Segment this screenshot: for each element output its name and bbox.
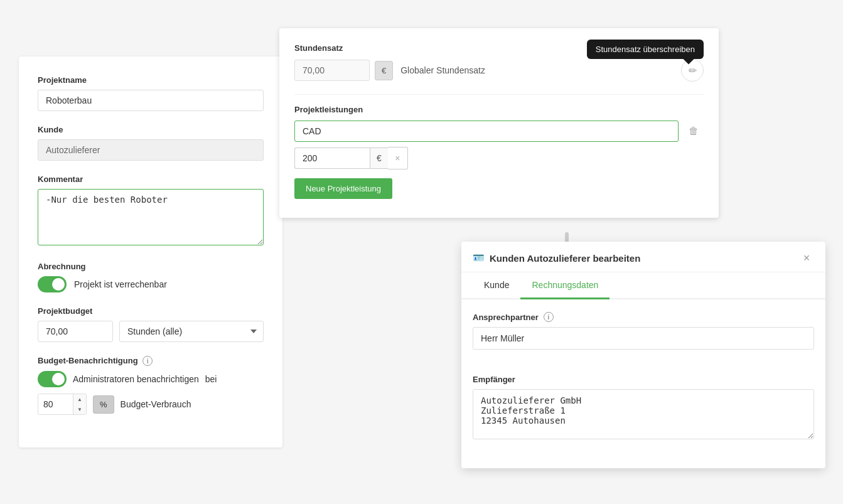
notif-value-input[interactable] [38, 394, 73, 414]
tab-rechnungsdaten[interactable]: Rechnungsdaten [520, 272, 609, 299]
budget-info-icon[interactable]: i [142, 356, 153, 366]
toggle-row: Projekt ist verrechenbar [38, 276, 264, 292]
leistung-clear-button[interactable]: × [388, 147, 408, 169]
kunden-tabs: Kunde Rechnungsdaten [461, 272, 825, 299]
budget-type-select[interactable]: Stunden (alle) Stunden (abrechenbar) Bet… [119, 321, 264, 342]
abrechnung-group: Abrechnung Projekt ist verrechenbar [38, 262, 264, 292]
kunden-title: 🪪 Kunden Autozulieferer bearbeiten [473, 252, 640, 270]
empfaenger-textarea[interactable]: Autozulieferer GmbH Zulieferstraße 1 123… [473, 389, 814, 439]
bei-label: bei [205, 374, 217, 384]
stundensatz-input[interactable] [294, 60, 370, 81]
ansprechpartner-label: Ansprechpartner i [473, 312, 814, 322]
toggle-slider [38, 276, 67, 292]
projektleistungen-section: Projektleistungen 🗑 € × Neue Projektleis… [294, 94, 704, 199]
verrechenbar-toggle[interactable] [38, 276, 67, 292]
percent-button[interactable]: % [93, 395, 114, 414]
kunde-group: Kunde [38, 125, 264, 161]
stepper-up-btn[interactable]: ▲ [73, 394, 86, 404]
budget-benachrichtigung-group: Budget-Benachrichtigung i Administratore… [38, 356, 264, 415]
leistung-name-row: 🗑 [294, 121, 704, 142]
abrechnung-label: Abrechnung [38, 262, 264, 271]
stundensatz-edit-button[interactable]: ✏ [681, 59, 704, 82]
budget-benachrichtigung-label: Budget-Benachrichtigung i [38, 356, 264, 366]
stundensatz-panel: Stundensatz überschreiben Stundensatz € … [279, 28, 719, 218]
projektleistungen-title: Projektleistungen [294, 105, 704, 114]
empfaenger-group: Empfänger Autozulieferer GmbH Zulieferst… [473, 375, 814, 442]
kunden-title-text: Kunden Autozulieferer bearbeiten [490, 253, 640, 264]
projektbudget-label: Projektbudget [38, 306, 264, 316]
budget-value-input[interactable] [38, 321, 113, 342]
kunden-close-button[interactable]: × [799, 250, 814, 265]
admin-notif-label: Administratoren benachrichtigen [73, 374, 199, 384]
globaler-stundensatz-label: Globaler Stundensatz [400, 65, 485, 75]
ansprechpartner-group: Ansprechpartner i [473, 312, 814, 361]
trash-icon: 🗑 [689, 126, 699, 137]
stundensatz-row: € Globaler Stundensatz ✏ [294, 59, 704, 82]
kommentar-textarea[interactable]: -Nur die besten Roboter [38, 189, 264, 245]
neue-projektleistung-button[interactable]: Neue Projektleistung [294, 178, 392, 199]
kunden-person-icon: 🪪 [473, 252, 485, 264]
ansprechpartner-input[interactable] [473, 327, 814, 350]
admin-notif-toggle[interactable] [38, 371, 67, 387]
kunden-body: Ansprechpartner i Empfänger Autozuliefer… [461, 299, 825, 468]
leistung-price-row: € × [294, 147, 704, 169]
verrechenbar-label: Projekt ist verrechenbar [74, 279, 167, 289]
close-icon: × [803, 252, 810, 265]
notif-value-wrap: ▲ ▼ [38, 394, 87, 415]
kunde-label: Kunde [38, 125, 264, 134]
budget-verbrauch-label: Budget-Verbrauch [121, 399, 191, 409]
tab-rechnungsdaten-label: Rechnungsdaten [532, 280, 598, 290]
leistung-delete-button[interactable]: 🗑 [684, 121, 704, 141]
kunden-panel: 🪪 Kunden Autozulieferer bearbeiten × Kun… [461, 242, 825, 468]
projektbudget-group: Projektbudget Stunden (alle) Stunden (ab… [38, 306, 264, 342]
project-form: Projektname Kunde Kommentar -Nur die bes… [19, 56, 282, 448]
leistung-name-input[interactable] [294, 121, 679, 142]
leistung-price-input[interactable] [294, 147, 370, 169]
ansprechpartner-info-icon[interactable]: i [544, 312, 554, 322]
page-background: Projektname Kunde Kommentar -Nur die bes… [0, 0, 843, 504]
empfaenger-label: Empfänger [473, 375, 814, 384]
tooltip-text: Stundensatz überschreiben [596, 45, 695, 54]
notif-stepper: ▲ ▼ [73, 394, 86, 414]
projektname-label: Projektname [38, 75, 264, 85]
stepper-down-btn[interactable]: ▼ [73, 404, 86, 414]
budget-row: Stunden (alle) Stunden (abrechenbar) Bet… [38, 321, 264, 342]
edit-pencil-icon: ✏ [689, 65, 697, 77]
projektname-group: Projektname [38, 75, 264, 111]
kommentar-group: Kommentar -Nur die besten Roboter [38, 174, 264, 248]
kommentar-label: Kommentar [38, 174, 264, 184]
projektname-input[interactable] [38, 90, 264, 111]
tab-kunde[interactable]: Kunde [473, 272, 520, 299]
tab-kunde-label: Kunde [484, 280, 509, 290]
admin-toggle-slider [38, 371, 67, 387]
budget-notif-row: Administratoren benachrichtigen bei ▲ ▼ … [38, 371, 264, 415]
tooltip-bubble: Stundensatz überschreiben [587, 40, 704, 59]
close-x-icon: × [395, 153, 400, 163]
stundensatz-euro-badge: € [375, 61, 393, 80]
leistung-euro-badge: € [370, 147, 388, 169]
kunde-input[interactable] [38, 139, 264, 161]
kunden-header: 🪪 Kunden Autozulieferer bearbeiten × [461, 242, 825, 272]
